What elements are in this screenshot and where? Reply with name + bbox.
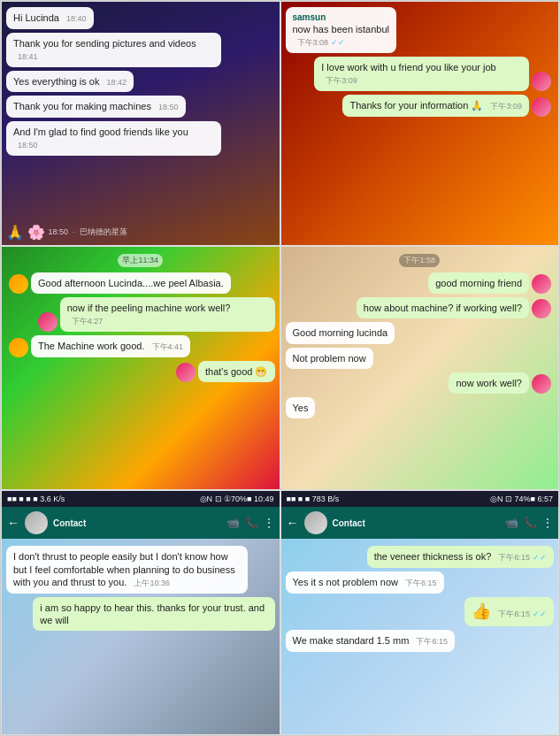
sender-line: samsun [293, 12, 389, 23]
msg-time: 18:50 [158, 103, 179, 111]
msg-text: how about machine? if working well? [364, 303, 522, 313]
msg-time: 18:40 [66, 14, 87, 23]
bubble-msg1: Thank you for sending pictures and video… [6, 33, 221, 67]
status-left: ■■ ■ ■ ■ 3.6 K/s [7, 494, 65, 503]
message-row: i am so happy to hear this. thanks for y… [6, 597, 275, 632]
avatar [532, 72, 551, 91]
bubble-msg1: the veneer thickness is ok? 下午6:15 ✓✓ [367, 546, 554, 568]
bubble-msg2: i am so happy to hear this. thanks for y… [33, 597, 274, 632]
video-icon[interactable]: 📹 [226, 517, 240, 529]
message-row: Thanks for your information 🙏 下午3:09 [286, 95, 555, 117]
chat-cell-4: 下午1:58 good morning friend how about mac… [280, 246, 560, 491]
message-row: how about machine? if working well? [286, 297, 555, 318]
message-row: I love work with u friend you like your … [286, 57, 555, 91]
time-label: 下午1:58 [399, 254, 440, 267]
bubble-msg1: good morning friend [428, 272, 529, 294]
message-row: Yes [286, 397, 555, 418]
message-row: Thank you for making machines 18:50 [6, 96, 275, 118]
msg-time: 下午6:15 [405, 579, 437, 587]
message-row: Yes it s not problem now 下午6:15 [286, 571, 555, 594]
bubble-msg4: Not problem now [286, 348, 373, 369]
msg-text: The Machine work good. [38, 341, 144, 351]
emoji: 🙏 🌸 [6, 224, 45, 241]
status-bar: ■■ ■ ■ ■ 3.6 K/s ◎N ⊡ ①70%■ 10:49 [2, 491, 280, 507]
contact-avatar [304, 511, 327, 534]
header-icons: 📹 📞 ⋮ [505, 517, 553, 529]
msg-time: 下午3:09 [326, 76, 357, 85]
contact-name: Contact [53, 518, 221, 528]
bubble-msg4: And I'm glad to find good friends like y… [6, 121, 221, 156]
msg-time: 18:42 [107, 78, 127, 87]
msg-text: I love work with u friend you like your … [321, 62, 495, 73]
sender-name: Hi Lucinda [13, 12, 59, 23]
msg-time: 上午10:36 [134, 579, 170, 587]
check-icon: ✓✓ [533, 553, 547, 562]
message-row: that's good 😁 [6, 361, 275, 382]
bubble-msg1: I don't thrust to people easily but I do… [6, 546, 248, 593]
bubble-hi-lucinda: Hi Lucinda 18:40 [6, 7, 94, 29]
msg-text: Yes [293, 402, 309, 413]
msg-text: now work well? [456, 378, 522, 388]
call-icon[interactable]: 📞 [245, 517, 258, 529]
bubble-msg5: now work well? [449, 372, 529, 394]
main-grid: Hi Lucinda 18:40 Thank you for sending p… [0, 0, 560, 736]
bubble-msg2: how about machine? if working well? [357, 297, 529, 318]
bubble-msg3: Thanks for your information 🙏 下午3:09 [342, 95, 529, 117]
message-row: Not problem now [286, 348, 555, 369]
bubble-msg3: 👍 下午6:15 ✓✓ [464, 597, 554, 626]
message-row: good morning friend [286, 272, 555, 294]
chat-cell-5: ■■ ■ ■ ■ 3.6 K/s ◎N ⊡ ①70%■ 10:49 ← Cont… [1, 490, 280, 735]
menu-icon[interactable]: ⋮ [264, 517, 274, 529]
contact-name: Contact [333, 518, 501, 528]
message-row: The Machine work good. 下午4:41 [6, 335, 275, 357]
message-row: now if the peeling machine work well? 下午… [6, 297, 275, 332]
avatar [532, 97, 551, 117]
message-row: Yes everything is ok 18:42 [6, 71, 275, 93]
header-icons: 📹 📞 ⋮ [226, 517, 274, 529]
message-row: samsun now has been istanbul 下午3:08 ✓✓ [286, 7, 555, 53]
call-icon[interactable]: 📞 [524, 517, 537, 529]
status-bar: ■■ ■ ■ 783 B/s ◎N ⊡ 74%■ 6:57 [281, 491, 559, 507]
msg-text: Not problem now [293, 353, 366, 364]
msg-text: now has been istanbul [293, 23, 389, 35]
menu-icon[interactable]: ⋮ [542, 517, 553, 529]
bubble-msg2: Yes everything is ok 18:42 [6, 71, 134, 93]
avatar [532, 274, 551, 294]
message-row: We make standard 1.5 mm 下午6:15 [286, 630, 555, 652]
msg-text: Thanks for your information 🙏 [349, 100, 483, 111]
bubble-msg6: Yes [286, 397, 316, 418]
msg-text: that's good 😁 [205, 366, 268, 377]
message-row: Thank you for sending pictures and video… [6, 33, 275, 67]
avatar [532, 299, 551, 318]
back-icon[interactable]: ← [7, 516, 19, 530]
chat-cell-6: ■■ ■ ■ 783 B/s ◎N ⊡ 74%■ 6:57 ← Contact … [280, 490, 560, 735]
msg-time: 下午3:09 [490, 102, 522, 111]
msg-text: now if the peeling machine work well? [67, 303, 231, 313]
wa-header: ← Contact 📹 📞 ⋮ [2, 507, 280, 539]
msg-time: 下午3:08 [297, 38, 329, 47]
status-right: ◎N ⊡ 74%■ 6:57 [490, 494, 553, 503]
msg-text: Yes everything is ok [13, 76, 99, 87]
status-right: ◎N ⊡ ①70%■ 10:49 [200, 494, 274, 503]
msg-time: 下午6:15 [416, 637, 448, 646]
msg-time: 下午6:15 [498, 610, 530, 618]
bubble-msg2: Yes it s not problem now 下午6:15 [286, 571, 444, 594]
bottom-bar: 🙏 🌸 18:50 · 巴纳德的星落 [6, 224, 275, 241]
back-icon[interactable]: ← [287, 516, 299, 530]
video-icon[interactable]: 📹 [505, 517, 518, 529]
bubble-msg1: Good afternoon Lucinda....we peel Albasi… [31, 272, 231, 294]
bubble-msg3: The Machine work good. 下午4:41 [31, 335, 190, 357]
avatar [176, 363, 196, 382]
avatar [532, 374, 551, 394]
contact-avatar [25, 511, 48, 534]
message-row: the veneer thickness is ok? 下午6:15 ✓✓ [286, 546, 555, 568]
msg-text: We make standard 1.5 mm [293, 635, 410, 646]
msg-time: 下午4:27 [72, 317, 104, 326]
msg-text: Yes it s not problem now [293, 577, 398, 587]
time-label: 早上11:34 [118, 254, 163, 267]
message-row: 👍 下午6:15 ✓✓ [286, 597, 555, 626]
msg-time: 18:50 [18, 141, 38, 150]
bubble-samsun: samsun now has been istanbul 下午3:08 ✓✓ [286, 7, 396, 53]
msg-text: I don't thrust to people easily but I do… [13, 551, 235, 587]
msg-text: i am so happy to hear this. thanks for y… [40, 602, 265, 625]
